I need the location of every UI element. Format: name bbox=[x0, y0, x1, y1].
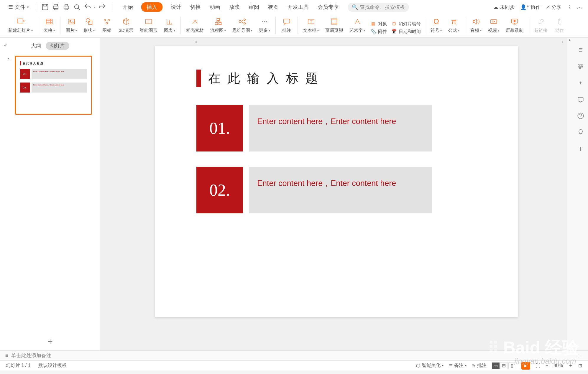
content-block-2[interactable]: 02. Enter content here，Enter content her… bbox=[196, 167, 497, 213]
tab-home[interactable]: 开始 bbox=[122, 2, 134, 12]
svg-rect-15 bbox=[219, 23, 221, 25]
date-time-button[interactable]: 📅日期和时间 bbox=[391, 29, 421, 34]
fit-window-button[interactable]: ⛶ bbox=[536, 363, 540, 368]
help-icon[interactable] bbox=[577, 112, 584, 120]
slide-number-button[interactable]: ⊡幻灯片编号 bbox=[391, 21, 421, 27]
content-text[interactable]: Enter content here，Enter content here bbox=[249, 167, 432, 213]
vertical-scrollbar[interactable]: ▴ bbox=[566, 38, 573, 350]
hyperlink-button[interactable]: 超链接 bbox=[531, 16, 551, 34]
zoom-out-button[interactable]: − bbox=[546, 363, 548, 368]
slide-thumbnail[interactable]: 在此输入标题 01.Enter content here，Enter conte… bbox=[15, 56, 92, 115]
main-tabs: 开始 插入 设计 切换 动画 放映 审阅 视图 开发工具 会员专享 bbox=[122, 2, 339, 12]
icon-lib-button[interactable]: 图标 bbox=[98, 16, 115, 34]
undo-icon[interactable] bbox=[83, 3, 92, 11]
header-footer-button[interactable]: 页眉页脚 bbox=[322, 16, 346, 34]
screen-record-button[interactable]: 屏幕录制 bbox=[503, 16, 526, 34]
zoom-in-button[interactable]: ＋ bbox=[568, 363, 573, 369]
omega-icon: Ω bbox=[432, 17, 441, 26]
comments-button[interactable]: ✎批注 bbox=[472, 363, 487, 369]
content-block-1[interactable]: 01. Enter content here，Enter content her… bbox=[196, 105, 497, 151]
slides-tab[interactable]: 幻灯片 bbox=[46, 42, 69, 50]
more-menu[interactable]: ⋮ bbox=[567, 4, 572, 10]
notes-button[interactable]: ≣备注▾ bbox=[449, 363, 467, 369]
right-sidebar: ☰ ✦ T bbox=[573, 38, 588, 350]
sorter-view-button[interactable]: ⊞ bbox=[500, 363, 508, 369]
scroll-up-icon[interactable]: ▴ bbox=[566, 38, 573, 44]
flowchart-button[interactable]: 流程图▾ bbox=[207, 16, 229, 34]
tab-animation[interactable]: 动画 bbox=[209, 2, 221, 12]
smart-graphic-icon bbox=[144, 17, 153, 26]
object-button[interactable]: ▦对象 bbox=[370, 21, 387, 27]
video-button[interactable]: 视频▾ bbox=[485, 16, 502, 34]
wordart-button[interactable]: 艺术字▾ bbox=[346, 16, 368, 34]
shape-button[interactable]: 形状▾ bbox=[81, 16, 98, 34]
tab-devtools[interactable]: 开发工具 bbox=[287, 2, 309, 12]
notes-bar[interactable]: ≡ 单击此处添加备注 ⋯ bbox=[0, 350, 588, 360]
beautify-button[interactable]: ⬡智能美化▾ bbox=[416, 363, 444, 369]
slide-title[interactable]: 在此输入标题 bbox=[208, 70, 325, 87]
tab-view[interactable]: 视图 bbox=[267, 2, 279, 12]
add-slide-button[interactable]: ＋ bbox=[0, 332, 100, 350]
symbol-button[interactable]: Ω符号▾ bbox=[428, 16, 445, 34]
docer-button[interactable]: 稻壳素材 bbox=[183, 16, 207, 34]
file-menu[interactable]: ☰ 文件 ▾ bbox=[6, 2, 31, 12]
outline-tab[interactable]: 大纲 bbox=[31, 42, 41, 49]
collapse-right-icon[interactable]: ☰ bbox=[577, 46, 584, 54]
textbox-icon bbox=[307, 17, 316, 26]
paperclip-icon: 📎 bbox=[370, 29, 376, 34]
svg-point-19 bbox=[262, 21, 263, 22]
tab-transition[interactable]: 切换 bbox=[190, 2, 201, 12]
sparkle-icon[interactable]: ✦ bbox=[577, 79, 584, 87]
redo-icon[interactable] bbox=[98, 3, 106, 11]
notes-more-icon[interactable]: ⋯ bbox=[577, 352, 583, 359]
collapse-ribbon[interactable]: ︿ bbox=[577, 4, 582, 11]
smart-graphic-button[interactable]: 智能图形 bbox=[137, 16, 160, 34]
collapse-panel-button[interactable]: « bbox=[4, 42, 7, 48]
svg-point-29 bbox=[579, 64, 580, 65]
more-button[interactable]: 更多▾ bbox=[256, 16, 273, 34]
print-preview-icon[interactable] bbox=[52, 3, 60, 11]
tab-design[interactable]: 设计 bbox=[170, 2, 182, 12]
settings-slider-icon[interactable] bbox=[577, 62, 584, 70]
tab-member[interactable]: 会员专享 bbox=[317, 2, 339, 12]
comment-button[interactable]: 批注 bbox=[278, 16, 295, 34]
tab-review[interactable]: 审阅 bbox=[248, 2, 260, 12]
slideshow-button[interactable]: ▶ bbox=[521, 362, 530, 370]
collab-button[interactable]: 👤⁺协作 bbox=[520, 4, 541, 11]
formula-button[interactable]: π公式▾ bbox=[445, 16, 462, 34]
table-button[interactable]: 表格▾ bbox=[41, 16, 58, 34]
print-icon[interactable] bbox=[62, 3, 70, 11]
slide-panel: « 大纲 幻灯片 1 在此输入标题 01.Enter content here，… bbox=[0, 38, 100, 350]
3d-button[interactable]: 3D演示 bbox=[116, 16, 136, 34]
sync-button[interactable]: ☁未同步 bbox=[493, 4, 515, 11]
tab-slideshow[interactable]: 放映 bbox=[229, 2, 240, 12]
text-tool-icon[interactable]: T bbox=[577, 145, 584, 153]
save-icon[interactable] bbox=[41, 3, 49, 11]
bulb-icon[interactable] bbox=[577, 128, 584, 136]
svg-point-7 bbox=[86, 19, 90, 22]
action-button[interactable]: 动作 bbox=[551, 16, 568, 34]
present-box-icon[interactable] bbox=[577, 95, 584, 103]
tab-insert[interactable]: 插入 bbox=[141, 2, 162, 12]
preview-icon[interactable] bbox=[73, 3, 81, 11]
slide-canvas[interactable]: 在此输入标题 01. Enter content here，Enter cont… bbox=[155, 46, 518, 317]
attachment-button[interactable]: 📎附件 bbox=[370, 29, 387, 34]
reading-view-button[interactable]: ▯ bbox=[508, 363, 516, 369]
panel-resize-left[interactable]: ◂ bbox=[195, 39, 197, 44]
mindmap-button[interactable]: 思维导图▾ bbox=[229, 16, 255, 34]
svg-point-18 bbox=[244, 23, 246, 24]
textbox-button[interactable]: 文本框▾ bbox=[300, 16, 322, 34]
audio-button[interactable]: 音频▾ bbox=[467, 16, 484, 34]
cube-icon bbox=[122, 17, 131, 26]
normal-view-button[interactable]: ▭ bbox=[492, 363, 500, 369]
undo-caret[interactable]: ▾ bbox=[94, 6, 96, 9]
panel-resize-right[interactable]: ▸ bbox=[562, 39, 564, 44]
picture-button[interactable]: 图片▾ bbox=[63, 16, 80, 34]
new-slide-button[interactable]: 新建幻灯片▾ bbox=[5, 16, 36, 34]
fit-page-button[interactable]: ⊡ bbox=[578, 363, 582, 368]
chart-button[interactable]: 图表▾ bbox=[161, 16, 178, 34]
command-search[interactable]: 🔍 查找命令、搜索模板 bbox=[348, 3, 409, 12]
content-text[interactable]: Enter content here，Enter content here bbox=[249, 105, 432, 151]
slide-counter: 幻灯片 1 / 1 bbox=[6, 363, 31, 369]
share-button[interactable]: ↗分享 bbox=[546, 4, 561, 11]
